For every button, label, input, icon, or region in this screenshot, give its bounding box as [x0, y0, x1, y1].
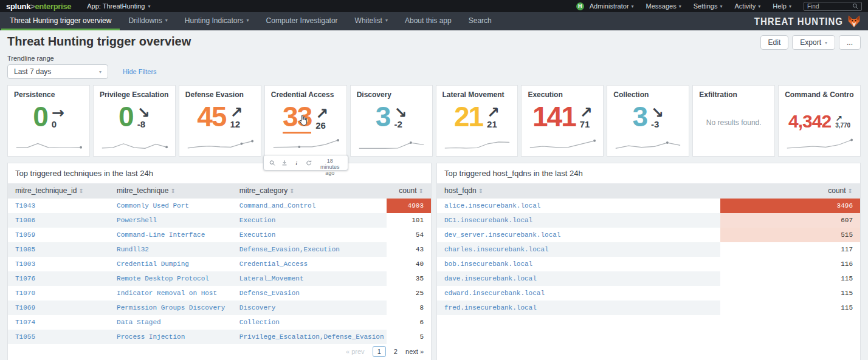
- cell-mitre-technique[interactable]: Data Staged: [109, 315, 232, 330]
- cell-mitre-technique-id[interactable]: T1003: [8, 257, 109, 271]
- kpi-card-command-control[interactable]: Command & Control4,342↗3,770: [778, 85, 861, 157]
- cell-count[interactable]: 115: [720, 286, 860, 301]
- cell-mitre-category[interactable]: Execution: [232, 228, 387, 242]
- cell-count[interactable]: 8: [387, 301, 431, 315]
- nav-tab-threat-hunting-trigger-overview[interactable]: Threat Hunting trigger overview: [1, 12, 120, 30]
- cell-mitre-category[interactable]: Defense_Evasion: [232, 286, 387, 301]
- col-header-mitre-technique-id[interactable]: mitre_technique_id⇕: [8, 183, 109, 199]
- cell-count[interactable]: 4903: [387, 199, 431, 213]
- settings-menu[interactable]: Settings ▾: [694, 2, 723, 10]
- cell-mitre-category[interactable]: Lateral_Movement: [232, 271, 387, 286]
- cell-host-fqdn[interactable]: fred.insecurebank.local: [437, 301, 720, 315]
- cell-mitre-category[interactable]: Defense_Evasion,Execution: [232, 242, 387, 257]
- next-button[interactable]: next »: [405, 348, 424, 355]
- cell-mitre-technique-id[interactable]: T1086: [8, 213, 109, 228]
- kpi-card-credential-access[interactable]: Credential Access33↗26i18 minutes ago: [264, 85, 347, 157]
- app-menu[interactable]: App: ThreatHunting ▾: [87, 2, 150, 10]
- edit-button[interactable]: Edit: [760, 35, 789, 50]
- find-input[interactable]: Find: [804, 2, 862, 11]
- table-row: T1076Remote Desktop ProtocolLateral_Move…: [8, 271, 431, 286]
- messages-menu[interactable]: Messages ▾: [646, 2, 681, 10]
- page-2-button[interactable]: 2: [394, 348, 398, 355]
- cell-mitre-technique-id[interactable]: T1074: [8, 315, 109, 330]
- kpi-card-privilege-escalation[interactable]: Privilege Escalation0↘-8: [93, 85, 176, 157]
- kpi-card-exfiltration[interactable]: ExfiltrationNo results found.: [692, 85, 775, 157]
- cell-host-fqdn[interactable]: edward.insecurebank.local: [437, 286, 720, 301]
- export-button[interactable]: Export ▾: [792, 35, 835, 50]
- open-in-search-icon[interactable]: [269, 159, 275, 167]
- col-header-count[interactable]: count⇕: [387, 183, 431, 199]
- kpi-value-row: 0↘-8: [100, 103, 169, 131]
- cell-mitre-technique-id[interactable]: T1043: [8, 199, 109, 213]
- cell-host-fqdn[interactable]: alice.insecurebank.local: [437, 199, 720, 213]
- nav-tab-computer-investigator[interactable]: Computer Investigator: [258, 12, 346, 30]
- cell-host-fqdn[interactable]: DC1.insecurebank.local: [437, 213, 720, 228]
- cell-mitre-technique-id[interactable]: T1055: [8, 330, 109, 344]
- cell-mitre-technique[interactable]: Rundll32: [109, 242, 232, 257]
- cell-count[interactable]: 5: [387, 330, 431, 344]
- cell-mitre-category[interactable]: Execution: [232, 213, 387, 228]
- refresh-icon[interactable]: [306, 159, 312, 167]
- cell-count[interactable]: 115: [720, 301, 860, 315]
- cell-count[interactable]: 40: [387, 257, 431, 271]
- cell-count[interactable]: 25: [387, 286, 431, 301]
- cell-mitre-technique[interactable]: Remote Desktop Protocol: [109, 271, 232, 286]
- cell-count[interactable]: 35: [387, 271, 431, 286]
- nav-tab-hunting-indicators[interactable]: Hunting Indicators ▾: [176, 12, 258, 30]
- cell-host-fqdn[interactable]: bob.insecurebank.local: [437, 257, 720, 271]
- cell-mitre-technique[interactable]: PowerShell: [109, 213, 232, 228]
- help-menu[interactable]: Help ▾: [773, 2, 791, 10]
- nav-tab-whitelist[interactable]: Whitelist ▾: [346, 12, 396, 30]
- cell-count[interactable]: 115: [720, 271, 860, 286]
- cell-count[interactable]: 116: [720, 257, 860, 271]
- trendline-range-select[interactable]: Last 7 days ▾: [7, 64, 108, 79]
- cell-count[interactable]: 43: [387, 242, 431, 257]
- cell-count[interactable]: 607: [720, 213, 860, 228]
- nav-tab-about-this-app[interactable]: About this app: [396, 12, 460, 30]
- export-icon[interactable]: [281, 159, 288, 167]
- col-header-mitre-technique[interactable]: mitre_technique⇕: [109, 183, 232, 199]
- kpi-card-execution[interactable]: Execution141↗71: [521, 85, 604, 157]
- cell-mitre-category[interactable]: Credential_Access: [232, 257, 387, 271]
- cell-host-fqdn[interactable]: dave.insecurebank.local: [437, 271, 720, 286]
- kpi-card-defense-evasion[interactable]: Defense Evasion45↗12: [179, 85, 261, 157]
- user-menu[interactable]: H Administrator ▾: [576, 2, 634, 10]
- cell-mitre-category[interactable]: Collection: [232, 315, 387, 330]
- nav-tab-drilldowns[interactable]: Drilldowns ▾: [120, 12, 176, 30]
- cell-host-fqdn[interactable]: charles.insecurebank.local: [437, 242, 720, 257]
- cell-mitre-technique[interactable]: Indicator Removal on Host: [109, 286, 232, 301]
- cell-mitre-technique[interactable]: Process Injection: [109, 330, 232, 344]
- col-header-mitre-category[interactable]: mitre_category⇕: [232, 183, 387, 199]
- kpi-card-discovery[interactable]: Discovery3↘-2: [350, 85, 433, 157]
- cell-host-fqdn[interactable]: dev_server.insecurebank.local: [437, 228, 720, 242]
- more-button[interactable]: ...: [839, 35, 861, 50]
- cell-mitre-technique[interactable]: Permission Groups Discovery: [109, 301, 232, 315]
- cell-mitre-technique-id[interactable]: T1059: [8, 228, 109, 242]
- cell-count[interactable]: 515: [720, 228, 860, 242]
- cell-mitre-technique-id[interactable]: T1076: [8, 271, 109, 286]
- kpi-card-collection[interactable]: Collection3↘-3: [607, 85, 689, 157]
- hide-filters-link[interactable]: Hide Filters: [123, 68, 157, 75]
- col-header-host-fqdn[interactable]: host_fqdn⇕: [437, 183, 720, 199]
- kpi-card-lateral-movement[interactable]: Lateral Movement21↗21: [436, 85, 518, 157]
- cell-count[interactable]: 54: [387, 228, 431, 242]
- cell-mitre-technique[interactable]: Credential Dumping: [109, 257, 232, 271]
- kpi-card-persistence[interactable]: Persistence0→0: [7, 85, 90, 157]
- cell-mitre-technique-id[interactable]: T1085: [8, 242, 109, 257]
- cell-mitre-technique[interactable]: Command-Line Interface: [109, 228, 232, 242]
- cell-count[interactable]: 6: [387, 315, 431, 330]
- info-icon[interactable]: i: [294, 159, 300, 167]
- cell-count[interactable]: 117: [720, 242, 860, 257]
- splunk-logo[interactable]: splunk > enterprise: [6, 2, 71, 11]
- cell-mitre-category[interactable]: Discovery: [232, 301, 387, 315]
- cell-mitre-technique-id[interactable]: T1070: [8, 286, 109, 301]
- cell-count[interactable]: 3496: [720, 199, 860, 213]
- cell-mitre-technique[interactable]: Commonly Used Port: [109, 199, 232, 213]
- cell-mitre-category[interactable]: Command_and_Control: [232, 199, 387, 213]
- nav-tab-search[interactable]: Search: [460, 12, 500, 30]
- cell-count[interactable]: 101: [387, 213, 431, 228]
- col-header-count[interactable]: count⇕: [720, 183, 860, 199]
- cell-mitre-category[interactable]: Privilege_Escalation,Defense_Evasion: [232, 330, 387, 344]
- activity-menu[interactable]: Activity ▾: [735, 2, 761, 10]
- cell-mitre-technique-id[interactable]: T1069: [8, 301, 109, 315]
